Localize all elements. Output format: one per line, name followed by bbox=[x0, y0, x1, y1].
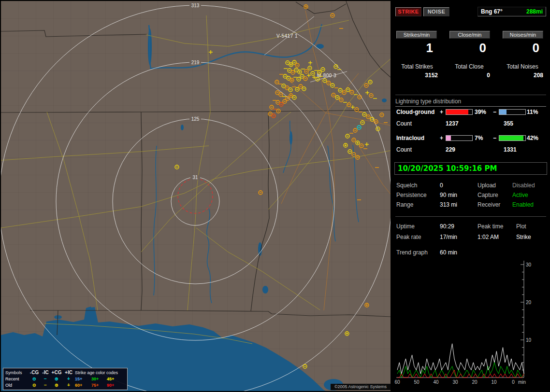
map-panel: 313 219 125 31 V-5417 1 M-800 3 S bbox=[1, 1, 391, 391]
neg-ic-recent-icon: − bbox=[40, 376, 51, 381]
strikes-per-min-header[interactable]: Strikes/min bbox=[396, 31, 437, 39]
legend-header-pos-ic: +IC bbox=[62, 370, 75, 375]
legend-header-neg-ic: -IC bbox=[40, 370, 51, 375]
upload-status: Disabled bbox=[512, 182, 535, 189]
age-code-45: 45+ bbox=[107, 377, 121, 381]
x-tick-10: 10 bbox=[491, 379, 497, 385]
cg-positive-count: 1237 bbox=[446, 120, 459, 127]
settings-row: Range 313 mi Receiver Enabled bbox=[391, 201, 550, 210]
intracloud-row: Intracloud + 7% − 42% bbox=[391, 135, 550, 142]
cloud-ground-label: Cloud-ground bbox=[396, 109, 434, 115]
noises-per-min-header[interactable]: Noises/min bbox=[503, 31, 543, 39]
ic-negative-pct: 42% bbox=[527, 135, 538, 141]
peak-time-value: 1:02 AM bbox=[478, 234, 499, 240]
uptime-label: Uptime bbox=[396, 223, 415, 230]
bearing-value: Bng 67° bbox=[481, 8, 503, 15]
x-tick-20: 20 bbox=[472, 379, 478, 385]
distribution-title: Lightning type distribution bbox=[395, 98, 546, 107]
ic-negative-bar-fill bbox=[499, 136, 523, 140]
strike-toggle-button[interactable]: STRIKE bbox=[395, 7, 421, 16]
pos-ic-recent-icon: + bbox=[62, 376, 75, 381]
intracloud-count-row: Count 229 1331 bbox=[391, 146, 550, 154]
y-tick-30: 30 bbox=[526, 262, 532, 267]
total-strikes-label: Total Strikes bbox=[396, 63, 438, 70]
intracloud-label: Intracloud bbox=[396, 135, 424, 141]
status-panel: STRIKE NOISE Bng 67° 288mi Strikes/min C… bbox=[391, 0, 550, 392]
datetime-display: 10/20/2025 10:59:16 PM bbox=[394, 162, 547, 175]
plot-value: Strike bbox=[516, 234, 531, 240]
pos-cg-old-icon: ⊕ bbox=[51, 382, 62, 388]
stats-row: Peak rate 17/min 1:02 AM Strike bbox=[391, 234, 550, 242]
divider bbox=[395, 95, 546, 95]
x-tick-30: 30 bbox=[452, 379, 458, 385]
age-code-75: 75+ bbox=[91, 383, 107, 388]
ring-label-125: 125 bbox=[191, 116, 200, 122]
plus-sign: + bbox=[440, 135, 443, 141]
y-tick-20: 20 bbox=[526, 300, 532, 305]
bearing-range-value: 288mi bbox=[526, 8, 543, 15]
close-per-min-value: 0 bbox=[449, 41, 486, 56]
count-label: Count bbox=[396, 146, 412, 153]
noise-toggle-button[interactable]: NOISE bbox=[423, 7, 449, 16]
lightning-map: 313 219 125 31 V-5417 1 M-800 3 bbox=[1, 1, 391, 391]
storm-cell-label: V-5417 1 bbox=[276, 33, 298, 39]
x-tick-60: 60 bbox=[394, 379, 400, 385]
range-label: Range bbox=[396, 201, 413, 208]
cloud-ground-count-row: Count 1237 355 bbox=[391, 120, 550, 128]
trend-graph: 30 20 10 60 50 40 30 20 10 0 min bbox=[391, 258, 550, 392]
close-per-min-header[interactable]: Close/min bbox=[449, 31, 490, 39]
x-tick-0: 0 bbox=[512, 379, 515, 385]
age-code-30: 30+ bbox=[91, 377, 107, 381]
cg-negative-pct: 11% bbox=[527, 109, 538, 115]
ic-negative-count: 1331 bbox=[504, 146, 517, 153]
ring-label-219: 219 bbox=[191, 60, 200, 65]
legend-header-symbols: Symbols bbox=[5, 370, 29, 375]
ic-positive-bar bbox=[446, 135, 473, 141]
squelch-value: 0 bbox=[440, 182, 443, 189]
strikes-per-min-value: 1 bbox=[396, 41, 433, 56]
noises-per-min-value: 0 bbox=[503, 41, 539, 56]
bearing-display: Bng 67° 288mi bbox=[478, 7, 546, 16]
settings-row: Persistence 90 min Capture Active bbox=[391, 192, 550, 200]
storm-cell-label: M-800 3 bbox=[317, 73, 336, 78]
age-code-60: 60+ bbox=[75, 383, 91, 388]
copyright-notice: ©2005 Astrogenic Systems bbox=[331, 384, 391, 390]
peak-rate-label: Peak rate bbox=[396, 234, 421, 240]
settings-row: Squelch 0 Upload Disabled bbox=[391, 182, 550, 191]
persistence-label: Persistence bbox=[396, 192, 427, 198]
upload-label: Upload bbox=[478, 182, 496, 189]
total-noises-value: 208 bbox=[502, 72, 543, 79]
peak-rate-value: 17/min bbox=[440, 234, 457, 240]
total-close-value: 0 bbox=[449, 72, 490, 79]
receiver-status: Enabled bbox=[512, 201, 534, 208]
trend-window-value: 60 min bbox=[440, 249, 457, 256]
trend-traces bbox=[397, 344, 524, 378]
trend-axis-ticks bbox=[521, 265, 524, 370]
count-label: Count bbox=[396, 120, 412, 127]
ring-label-31: 31 bbox=[192, 175, 198, 180]
map-legend: Symbols -CG -IC +CG +IC Strike age color… bbox=[3, 368, 128, 390]
capture-label: Capture bbox=[478, 192, 498, 198]
neg-ic-old-icon: − bbox=[40, 382, 51, 388]
peak-time-label: Peak time bbox=[478, 223, 503, 230]
age-code-90: 90+ bbox=[107, 383, 121, 388]
cloud-ground-row: Cloud-ground + 39% − 11% bbox=[391, 109, 550, 116]
cg-positive-bar bbox=[446, 109, 473, 115]
legend-age-header: Strike age color codes bbox=[75, 370, 121, 375]
legend-row-old-label: Old bbox=[5, 383, 29, 388]
squelch-label: Squelch bbox=[396, 182, 417, 189]
age-code-15: 15+ bbox=[75, 377, 91, 381]
total-close-label: Total Close bbox=[449, 63, 490, 70]
neg-cg-old-icon: ⊖ bbox=[29, 382, 40, 388]
legend-row-recent-label: Recent bbox=[5, 377, 29, 381]
trend-graph-label: Trend graph bbox=[396, 249, 428, 256]
legend-header-pos-cg: +CG bbox=[51, 370, 62, 375]
x-unit-label: min bbox=[518, 379, 526, 385]
uptime-value: 90:29 bbox=[440, 223, 454, 230]
cg-negative-bar bbox=[499, 109, 526, 115]
total-noises-label: Total Noises bbox=[502, 63, 543, 70]
receiver-label: Receiver bbox=[478, 201, 500, 208]
pos-ic-old-icon: + bbox=[62, 382, 75, 388]
ic-positive-count: 229 bbox=[446, 146, 455, 153]
cg-positive-bar-fill bbox=[446, 110, 468, 114]
